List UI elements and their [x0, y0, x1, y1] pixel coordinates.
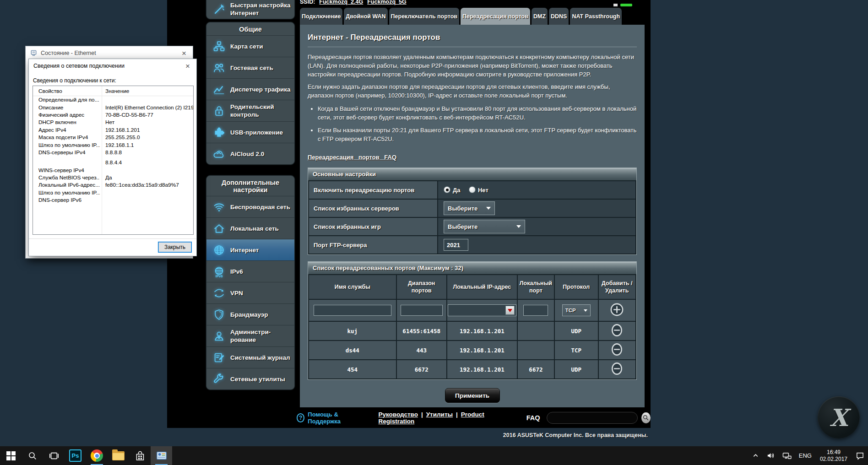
clock[interactable]: 16:4902.02.2017: [815, 446, 852, 465]
sidebar-item-advanced-7[interactable]: Системный журнал: [206, 346, 294, 368]
sidebar-general-list: Карта сети Гостевая сеть Диспетчер трафи…: [206, 35, 294, 164]
tab-2[interactable]: Переключатель портов: [389, 8, 459, 25]
file-explorer-button[interactable]: [108, 446, 129, 465]
network-status-app-button[interactable]: [151, 446, 172, 465]
protocol-select[interactable]: TCP: [562, 304, 591, 316]
users-icon: [212, 61, 226, 74]
sidebar-item-advanced-6[interactable]: Администри- рование: [206, 325, 294, 346]
connection-details-list[interactable]: Свойство Значение Определенный для по...…: [33, 86, 194, 235]
column-local-ip: Локальный IP-адрес: [447, 275, 517, 299]
language-indicator[interactable]: ENG: [795, 446, 815, 465]
sidebar-item-advanced-4[interactable]: VPN: [206, 282, 294, 303]
forward-rule-row: kuj 61455:61458 192.168.1.201 UDP: [309, 322, 635, 340]
column-add-delete: Добавить / Удалить: [599, 275, 635, 299]
ssid-link-5g[interactable]: Fuckmozq_5G: [367, 0, 406, 5]
tab-5[interactable]: DDNS: [549, 8, 569, 25]
sidebar-item-label: AiCloud 2.0: [230, 150, 264, 158]
service-name-input[interactable]: [314, 305, 391, 316]
local-port-input[interactable]: [523, 305, 548, 316]
protocol-cell: TCP: [555, 341, 598, 359]
wifi-icon: [212, 200, 226, 213]
action-center-button[interactable]: [852, 446, 868, 465]
photoshop-icon: Ps: [69, 449, 81, 462]
basic-settings-table: Включить переадресацию портов Да Нет Спи…: [308, 180, 636, 254]
port-range-input[interactable]: [401, 305, 443, 316]
start-button[interactable]: [0, 446, 22, 465]
enable-yes-label[interactable]: Да: [453, 187, 461, 194]
local-ip-cell: 192.168.1.201: [447, 322, 517, 340]
chrome-button[interactable]: [86, 446, 108, 465]
chevron-down-icon: [486, 207, 491, 210]
enable-yes-radio[interactable]: [444, 186, 450, 193]
manual-link[interactable]: Руководство: [379, 411, 418, 418]
forwarded-ports-header: Список переадресованных портов (Максимум…: [308, 262, 636, 274]
sidebar-item-general-3[interactable]: Родительский контроль: [206, 100, 294, 121]
faq-search-input[interactable]: [547, 412, 638, 424]
taskbar-search-button[interactable]: [22, 446, 43, 465]
property-name: WINS-сервер IPv4: [33, 167, 100, 173]
wrench-icon: [212, 373, 226, 385]
enable-no-radio[interactable]: [469, 186, 476, 193]
tab-1[interactable]: Двойной WAN: [344, 8, 387, 25]
sidebar-item-label: VPN: [230, 289, 243, 297]
help-support-link[interactable]: ? Помощь & Поддержка: [297, 411, 362, 425]
tab-4[interactable]: DMZ: [532, 8, 548, 25]
utilities-link[interactable]: Утилиты: [426, 411, 453, 418]
faq-search-button[interactable]: [641, 412, 651, 423]
sidebar-item-label: Системный журнал: [230, 354, 290, 362]
sidebar-item-general-5[interactable]: AiCloud 2.0: [206, 143, 294, 164]
delete-rule-button[interactable]: [609, 342, 624, 357]
volume-button[interactable]: [763, 446, 779, 465]
enable-no-label[interactable]: Нет: [478, 187, 488, 194]
local-port-cell: [518, 341, 554, 359]
local-ip-select[interactable]: [448, 304, 516, 316]
task-view-button[interactable]: [43, 446, 65, 465]
famous-servers-label: Список избранных серверов: [309, 200, 437, 217]
close-icon[interactable]: ×: [180, 49, 188, 57]
photoshop-button[interactable]: Ps: [65, 446, 86, 465]
forward-rule-row: 454 6672 192.168.1.201 6672 UDP: [309, 360, 635, 378]
sidebar-item-advanced-2[interactable]: Интернет: [206, 239, 294, 260]
sidebar-item-advanced-1[interactable]: Локальная сеть: [206, 217, 294, 239]
sidebar-item-quick-setup[interactable]: Быстрая настройка Интернет: [206, 0, 294, 19]
store-button[interactable]: [129, 446, 151, 465]
ipv6-icon: IPv6: [212, 265, 226, 278]
sidebar-item-advanced-8[interactable]: Сетевые утилиты: [206, 368, 294, 389]
apply-button[interactable]: Применить: [445, 388, 500, 403]
property-name: Описание: [33, 104, 100, 111]
network-button[interactable]: [779, 446, 795, 465]
delete-rule-button[interactable]: [609, 323, 624, 338]
property-name: DNS-сервер IPv6: [33, 197, 100, 203]
detail-row-7: DNS-серверы IPv4 8.8.8.8: [33, 149, 193, 156]
footer-links: Руководство|Утилиты|Product Registration: [379, 411, 500, 425]
sidebar-item-general-0[interactable]: Карта сети: [206, 35, 294, 57]
x-logo-overlay[interactable]: X: [818, 396, 860, 438]
ssid-link-24g[interactable]: Fuckmozq_2.4G: [319, 0, 363, 5]
tab-0[interactable]: Подключение: [300, 8, 342, 25]
sidebar-item-advanced-5[interactable]: Брандмауэр: [206, 303, 294, 325]
ftp-port-input[interactable]: [444, 239, 468, 251]
famous-games-select[interactable]: Выберите: [444, 220, 525, 233]
tab-3[interactable]: Переадресация портов: [461, 8, 530, 25]
close-icon[interactable]: ×: [184, 62, 192, 70]
ip-dropdown-button[interactable]: [505, 306, 515, 315]
column-service-name: Имя службы: [309, 275, 396, 299]
dialog-title: Сведения о сетевом подключении: [33, 63, 125, 69]
network-connection-details-dialog: Сведения о сетевом подключении × Сведени…: [28, 59, 197, 256]
sidebar-item-general-1[interactable]: Гостевая сеть: [206, 57, 294, 78]
close-button[interactable]: Закрыть: [158, 242, 192, 253]
famous-servers-select[interactable]: Выберите: [444, 201, 495, 215]
delete-rule-button[interactable]: [609, 361, 624, 376]
property-name: Физический адрес: [33, 112, 100, 118]
port-forwarding-faq-link[interactable]: Переадресация портов FAQ: [308, 154, 396, 161]
tray-chevron-button[interactable]: [749, 446, 763, 465]
sidebar-item-general-4[interactable]: USB-приложение: [206, 121, 294, 143]
ftp-port-label: Порт FTP-сервера: [309, 236, 437, 254]
sidebar-item-general-2[interactable]: Диспетчер трафика: [206, 78, 294, 100]
ethernet-adapter-icon: [30, 50, 37, 57]
sidebar-item-advanced-3[interactable]: IPv6 IPv6: [206, 260, 294, 282]
sidebar-item-advanced-0[interactable]: Беспроводная сеть: [206, 196, 294, 217]
add-rule-button[interactable]: [609, 302, 624, 317]
property-name: Определенный для по...: [33, 97, 100, 103]
tab-6[interactable]: NAT Passthrough: [570, 8, 622, 25]
